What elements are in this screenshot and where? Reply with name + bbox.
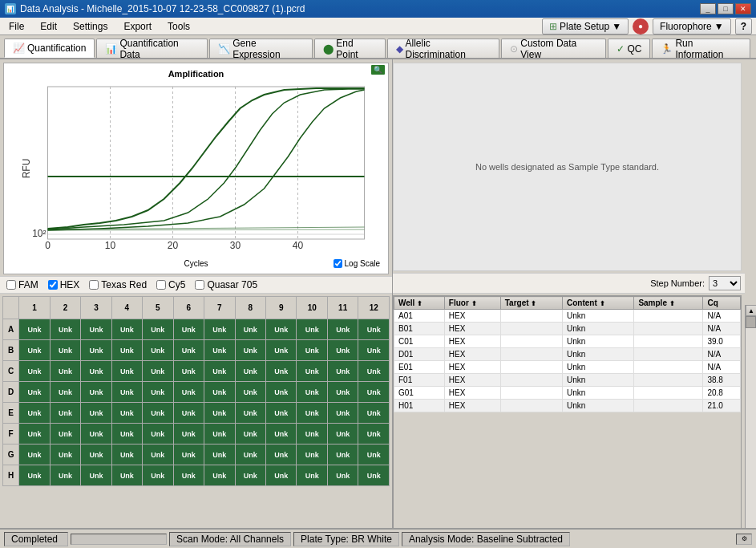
- cell-B1[interactable]: Unk: [19, 340, 50, 361]
- cell-H5[interactable]: Unk: [143, 465, 173, 486]
- cell-F3[interactable]: Unk: [81, 424, 111, 444]
- cell-D4[interactable]: Unk: [111, 382, 142, 403]
- cell-B6[interactable]: Unk: [173, 340, 204, 361]
- cell-E7[interactable]: Unk: [204, 403, 235, 424]
- cell-F11[interactable]: Unk: [327, 424, 358, 444]
- fam-checkbox[interactable]: [6, 280, 16, 290]
- cell-G1[interactable]: Unk: [19, 444, 50, 465]
- cell-B12[interactable]: Unk: [358, 340, 390, 361]
- cell-E12[interactable]: Unk: [358, 403, 390, 424]
- tab-quantification[interactable]: 📈 Quantification: [4, 39, 95, 58]
- minimize-button[interactable]: _: [700, 3, 716, 14]
- cell-G8[interactable]: Unk: [235, 444, 265, 465]
- tab-quantification-data[interactable]: 📊 Quantification Data: [96, 39, 208, 58]
- cell-A10[interactable]: Unk: [297, 319, 327, 340]
- cell-H1[interactable]: Unk: [19, 465, 50, 486]
- cell-F1[interactable]: Unk: [19, 424, 50, 444]
- cell-C6[interactable]: Unk: [173, 361, 204, 382]
- cell-D5[interactable]: Unk: [143, 382, 173, 403]
- cell-A7[interactable]: Unk: [204, 319, 235, 340]
- window-controls[interactable]: _ □ ✕: [700, 3, 751, 14]
- cell-G7[interactable]: Unk: [204, 444, 235, 465]
- cell-E4[interactable]: Unk: [111, 403, 142, 424]
- plate-setup-dropdown-icon[interactable]: ▼: [612, 21, 621, 32]
- table-row[interactable]: E01HEXUnknN/A: [394, 361, 741, 374]
- cell-H9[interactable]: Unk: [266, 465, 297, 486]
- quasar705-checkbox[interactable]: [195, 280, 204, 290]
- tab-run-info[interactable]: 🏃 Run Information: [652, 39, 750, 58]
- cell-E2[interactable]: Unk: [50, 403, 80, 424]
- close-button[interactable]: ✕: [735, 3, 751, 14]
- cell-G12[interactable]: Unk: [358, 444, 390, 465]
- cell-H3[interactable]: Unk: [81, 465, 111, 486]
- cell-G6[interactable]: Unk: [173, 444, 204, 465]
- cell-D3[interactable]: Unk: [81, 382, 111, 403]
- cell-A5[interactable]: Unk: [143, 319, 173, 340]
- cell-G2[interactable]: Unk: [50, 444, 80, 465]
- cell-D9[interactable]: Unk: [266, 382, 297, 403]
- col-fluor[interactable]: Fluor ⬆: [444, 297, 500, 310]
- cell-B3[interactable]: Unk: [81, 340, 111, 361]
- menu-export[interactable]: Export: [119, 19, 156, 34]
- cell-A2[interactable]: Unk: [50, 319, 80, 340]
- cell-B11[interactable]: Unk: [327, 340, 358, 361]
- cell-A11[interactable]: Unk: [327, 319, 358, 340]
- cell-F5[interactable]: Unk: [143, 424, 173, 444]
- cell-G5[interactable]: Unk: [143, 444, 173, 465]
- cell-G11[interactable]: Unk: [327, 444, 358, 465]
- data-table-scroll[interactable]: Well ⬆ Fluor ⬆ Target ⬆ Content ⬆: [394, 296, 741, 534]
- tab-allelic-discrimination[interactable]: ◆ Allelic Discrimination: [387, 39, 500, 58]
- cell-B7[interactable]: Unk: [204, 340, 235, 361]
- cell-D10[interactable]: Unk: [297, 382, 327, 403]
- vertical-thumb[interactable]: [746, 316, 756, 328]
- zoom-icon[interactable]: 🔍: [371, 65, 385, 75]
- cell-H7[interactable]: Unk: [204, 465, 235, 486]
- cell-H4[interactable]: Unk: [111, 465, 142, 486]
- cell-G4[interactable]: Unk: [111, 444, 142, 465]
- cell-C4[interactable]: Unk: [111, 361, 142, 382]
- cell-C1[interactable]: Unk: [19, 361, 50, 382]
- cell-A8[interactable]: Unk: [235, 319, 265, 340]
- table-row[interactable]: D01HEXUnknN/A: [394, 348, 741, 361]
- cell-B5[interactable]: Unk: [143, 340, 173, 361]
- table-row[interactable]: A01HEXUnknN/A: [394, 310, 741, 323]
- cell-A1[interactable]: Unk: [19, 319, 50, 340]
- cell-C7[interactable]: Unk: [204, 361, 235, 382]
- cell-E9[interactable]: Unk: [266, 403, 297, 424]
- cell-G3[interactable]: Unk: [81, 444, 111, 465]
- cell-F2[interactable]: Unk: [50, 424, 80, 444]
- menu-settings[interactable]: Settings: [68, 19, 112, 34]
- cell-A4[interactable]: Unk: [111, 319, 142, 340]
- cell-H2[interactable]: Unk: [50, 465, 80, 486]
- cell-H11[interactable]: Unk: [327, 465, 358, 486]
- cy5-checkbox[interactable]: [156, 280, 166, 290]
- cell-F6[interactable]: Unk: [173, 424, 204, 444]
- vertical-scrollbar[interactable]: ▲ ▼: [745, 305, 756, 548]
- cell-D1[interactable]: Unk: [19, 382, 50, 403]
- col-target[interactable]: Target ⬆: [500, 297, 562, 310]
- table-row[interactable]: C01HEXUnkn39.0: [394, 335, 741, 348]
- cell-C12[interactable]: Unk: [358, 361, 390, 382]
- table-row[interactable]: B01HEXUnknN/A: [394, 323, 741, 335]
- cell-C10[interactable]: Unk: [297, 361, 327, 382]
- cell-B9[interactable]: Unk: [266, 340, 297, 361]
- cell-D6[interactable]: Unk: [173, 382, 204, 403]
- table-row[interactable]: F01HEXUnkn38.8: [394, 374, 741, 387]
- menu-edit[interactable]: Edit: [35, 19, 62, 34]
- log-scale-checkbox[interactable]: [334, 259, 342, 268]
- tab-qc[interactable]: ✓ QC: [608, 39, 650, 58]
- col-well[interactable]: Well ⬆: [394, 297, 445, 310]
- cell-F10[interactable]: Unk: [297, 424, 327, 444]
- cell-H8[interactable]: Unk: [235, 465, 265, 486]
- cell-H12[interactable]: Unk: [358, 465, 390, 486]
- cell-D2[interactable]: Unk: [50, 382, 80, 403]
- tab-end-point[interactable]: ⬤ End Point: [314, 39, 385, 58]
- cell-F12[interactable]: Unk: [358, 424, 390, 444]
- cell-C11[interactable]: Unk: [327, 361, 358, 382]
- cell-F4[interactable]: Unk: [111, 424, 142, 444]
- cell-B8[interactable]: Unk: [235, 340, 265, 361]
- plate-setup-button[interactable]: ⊞ Plate Setup ▼: [542, 18, 629, 35]
- help-button[interactable]: ?: [735, 18, 752, 35]
- cell-G10[interactable]: Unk: [297, 444, 327, 465]
- cell-B2[interactable]: Unk: [50, 340, 80, 361]
